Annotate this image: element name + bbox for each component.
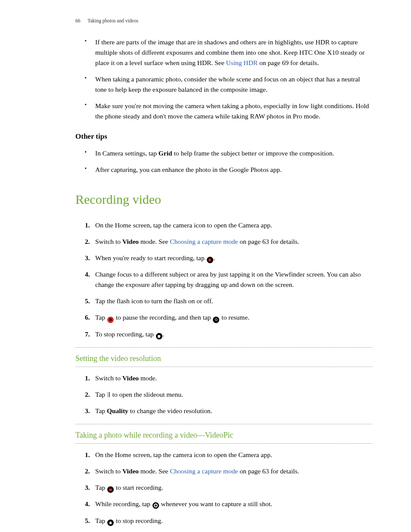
tips-list: If there are parts of the image that are… <box>75 37 372 121</box>
list-item: Tap the flash icon to turn the flash on … <box>85 296 372 306</box>
list-item: Tap to start recording. <box>85 482 372 493</box>
divider <box>75 424 372 424</box>
list-item: To stop recording, tap . <box>85 329 372 340</box>
record-icon <box>207 257 213 263</box>
list-item: Make sure you're not moving the camera w… <box>85 101 372 121</box>
slideout-menu-icon <box>108 392 110 397</box>
page-number: 66 <box>75 18 81 23</box>
list-item: When you're ready to start recording, ta… <box>85 253 372 263</box>
list-item: After capturing, you can enhance the pho… <box>85 165 372 175</box>
list-item: While recording, tap whenever you want t… <box>85 499 372 509</box>
video-resolution-heading: Setting the video resolution <box>75 349 372 365</box>
list-item: When taking a panoramic photo, consider … <box>85 74 372 95</box>
stop-icon <box>156 333 162 339</box>
list-item: Switch to Video mode. See Choosing a cap… <box>85 236 372 247</box>
using-hdr-link[interactable]: Using HDR <box>226 59 258 66</box>
choosing-capture-mode-link[interactable]: Choosing a capture mode <box>170 238 238 245</box>
list-item: If there are parts of the image that are… <box>85 37 372 68</box>
list-item: Switch to Video mode. See Choosing a cap… <box>85 466 372 476</box>
recording-video-title: Recording video <box>75 190 372 210</box>
list-item: Tap to open the slideout menu. <box>85 389 372 400</box>
videopic-heading: Taking a photo while recording a video—V… <box>75 426 372 442</box>
resolution-steps: Switch to Video mode. Tap to open the sl… <box>75 373 372 416</box>
page-header-title: Taking photos and videos <box>87 18 138 23</box>
divider <box>75 443 372 444</box>
divider <box>75 367 372 367</box>
list-item: In Camera settings, tap Grid to help fra… <box>85 148 372 159</box>
record-icon <box>107 486 114 493</box>
camera-shot-icon <box>153 502 159 509</box>
pause-icon <box>107 317 114 323</box>
stop-icon <box>107 520 114 526</box>
list-item: Tap Quality to change the video resoluti… <box>85 406 372 416</box>
list-item: Tap to pause the recording, and then tap… <box>85 312 372 323</box>
other-tips-list: In Camera settings, tap Grid to help fra… <box>75 148 372 175</box>
list-item: Switch to Video mode. <box>85 373 372 383</box>
choosing-capture-mode-link[interactable]: Choosing a capture mode <box>170 467 238 475</box>
videopic-steps: On the Home screen, tap the camera icon … <box>75 450 372 526</box>
divider <box>75 347 372 348</box>
list-item: On the Home screen, tap the camera icon … <box>85 450 372 460</box>
recording-steps: On the Home screen, tap the camera icon … <box>75 220 372 340</box>
resume-icon <box>213 317 219 323</box>
other-tips-heading: Other tips <box>75 131 372 142</box>
list-item: Tap to stop recording. <box>85 516 372 526</box>
page-header: 66 Taking photos and videos <box>75 17 372 25</box>
list-item: Change focus to a different subject or a… <box>85 269 372 290</box>
list-item: On the Home screen, tap the camera icon … <box>85 220 372 230</box>
